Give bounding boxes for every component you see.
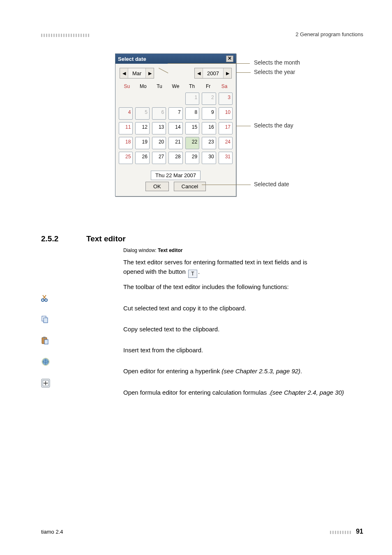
section-title: Text editor [86,234,126,243]
calendar-day[interactable]: 22 [185,137,199,149]
year-label: 2007 [203,70,223,76]
header-breadcrumb: 2 General program functions [295,31,363,37]
callout-selected: Selected date [254,181,289,187]
calendar-day[interactable]: 31 [219,152,233,164]
weekday-tu: Tu [151,83,168,90]
calendar-day[interactable]: 18 [119,137,133,149]
calendar-day[interactable]: 21 [168,137,182,149]
weekday-mo: Mo [135,83,152,90]
weekday-fr: Fr [200,83,217,90]
hyperlink-icon [41,357,49,365]
calendar-day[interactable]: 27 [152,152,166,164]
formula-icon [41,379,49,387]
calendar-day[interactable]: 19 [135,137,149,149]
month-label: Mar [128,70,145,76]
calendar-day[interactable]: 11 [119,122,133,134]
cut-icon [41,294,49,303]
weekday-we: We [168,83,184,90]
svg-point-1 [45,299,47,301]
calendar-day[interactable]: 24 [219,137,233,149]
year-prev-button[interactable]: ◀ [195,68,203,78]
footer-right: 91 [330,528,363,535]
date-picker-figure: Select date ✕ ◀ Mar ▶ ◀ 2007 ▶ Su Mo Tu [115,53,363,218]
calendar-day[interactable]: 1 [185,92,199,105]
calendar-day[interactable]: 28 [168,152,182,164]
calendar-day[interactable]: 10 [219,107,233,120]
cancel-button[interactable]: Cancel [174,182,206,191]
calendar-day[interactable]: 12 [135,122,149,134]
copy-icon [41,315,49,324]
callout-year: Selects the year [254,69,295,75]
weekday-sa: Sa [216,83,233,90]
intro-paragraph: The text editor serves for entering form… [123,257,347,278]
calendar-day[interactable]: 2 [202,92,216,105]
callout-month: Selects the month [254,59,300,66]
calendar-grid: 1234567891011121314151617181920212223242… [115,91,236,168]
func-hyperlink: Open editor for entering a hyperlink (se… [123,366,347,376]
footer-left: tiamo 2.4 [41,529,63,535]
header-decoration [41,34,90,37]
calendar-day[interactable]: 4 [119,107,133,120]
weekday-header: Su Mo Tu We Th Fr Sa [115,81,236,91]
calendar-day[interactable]: 6 [152,107,166,120]
calendar-day[interactable]: 8 [185,107,199,120]
month-selector: ◀ Mar ▶ [120,68,154,79]
ok-button[interactable]: OK [145,182,169,191]
dialog-titlebar: Select date ✕ [115,54,236,64]
weekday-th: Th [184,83,200,90]
month-next-button[interactable]: ▶ [145,68,154,78]
year-selector: ◀ 2007 ▶ [194,68,232,79]
calendar-day[interactable]: 13 [152,122,166,134]
calendar-day[interactable]: 9 [202,107,216,120]
svg-rect-5 [43,337,46,338]
toolbar-intro: The toolbar of the text editor includes … [123,282,347,291]
section-number: 2.5.2 [41,234,86,243]
calendar-day[interactable]: 14 [168,122,182,134]
text-editor-button-icon: T [188,270,197,278]
svg-point-0 [42,299,44,301]
close-icon[interactable]: ✕ [226,56,233,62]
calendar-day[interactable]: 25 [119,152,133,164]
dialog-window-label: Dialog window: Text editor [123,247,347,253]
func-copy: Copy selected text to the clipboard. [123,324,347,334]
month-prev-button[interactable]: ◀ [120,68,128,78]
calendar-day[interactable]: 29 [185,152,199,164]
func-cut: Cut selected text and copy it to the cli… [123,303,347,313]
selected-date-display: Thu 22 Mar 2007 [151,171,201,180]
calendar-day[interactable]: 26 [135,152,149,164]
svg-point-13 [44,383,44,384]
svg-rect-3 [44,318,48,323]
calendar-day[interactable]: 3 [219,92,233,105]
calendar-day[interactable]: 20 [152,137,166,149]
func-paste: Insert text from the clipboard. [123,345,347,355]
func-formula: Open formula editor for entering calcula… [123,388,347,397]
svg-point-14 [47,383,48,384]
page-footer: tiamo 2.4 91 [41,528,363,535]
callout-day: Selects the day [254,122,293,129]
calendar-day[interactable]: 7 [168,107,182,120]
weekday-su: Su [119,83,135,90]
year-next-button[interactable]: ▶ [223,68,231,78]
calendar-day[interactable]: 5 [135,107,149,120]
calendar-day[interactable]: 17 [219,122,233,134]
svg-rect-6 [44,340,48,344]
calendar-day[interactable]: 23 [202,137,216,149]
calendar-day[interactable]: 30 [202,152,216,164]
calendar-day[interactable]: 16 [202,122,216,134]
calendar-day[interactable]: 15 [185,122,199,134]
select-date-dialog: Select date ✕ ◀ Mar ▶ ◀ 2007 ▶ Su Mo Tu [115,53,236,197]
paste-icon [41,336,49,345]
dialog-title: Select date [118,56,146,62]
